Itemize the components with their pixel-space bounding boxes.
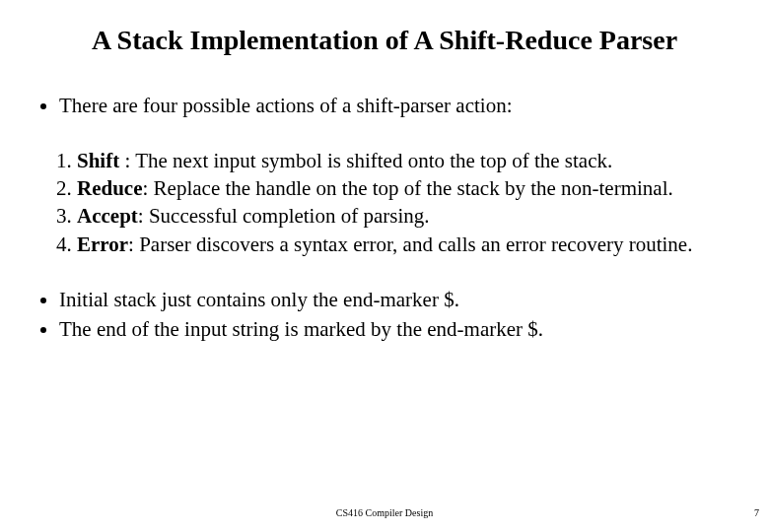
item-text: Replace the handle on the top of the sta…	[154, 176, 673, 200]
list-item: Accept: Successful completion of parsing…	[77, 203, 734, 229]
list-item: Reduce: Replace the handle on the top of…	[77, 175, 734, 201]
trailing-bullet: Initial stack just contains only the end…	[59, 287, 739, 312]
trailing-bullet: The end of the input string is marked by…	[59, 316, 739, 342]
page-title: A Stack Implementation of A Shift-Reduce…	[30, 24, 739, 57]
item-label: Shift	[77, 149, 119, 172]
page-number: 7	[754, 507, 759, 518]
slide: A Stack Implementation of A Shift-Reduce…	[0, 0, 769, 532]
numbered-list: Shift : The next input symbol is shifted…	[41, 148, 739, 257]
item-sep: :	[119, 149, 135, 172]
item-label: Accept	[77, 204, 138, 228]
footer-text: CS416 Compiler Design	[0, 507, 769, 518]
item-label: Error	[77, 233, 128, 256]
main-list: There are four possible actions of a shi…	[30, 93, 739, 343]
item-text: Successful completion of parsing.	[149, 204, 430, 228]
item-text: The next input symbol is shifted onto th…	[135, 149, 612, 172]
item-label: Reduce	[77, 176, 143, 200]
item-sep: :	[128, 233, 139, 256]
item-sep: :	[143, 176, 154, 200]
intro-bullet: There are four possible actions of a shi…	[59, 93, 739, 118]
item-text: Parser discovers a syntax error, and cal…	[139, 233, 692, 256]
list-item: Error: Parser discovers a syntax error, …	[77, 232, 734, 257]
item-sep: :	[138, 204, 149, 228]
list-item: Shift : The next input symbol is shifted…	[77, 148, 734, 173]
numbered-wrapper: Shift : The next input symbol is shifted…	[41, 148, 739, 257]
